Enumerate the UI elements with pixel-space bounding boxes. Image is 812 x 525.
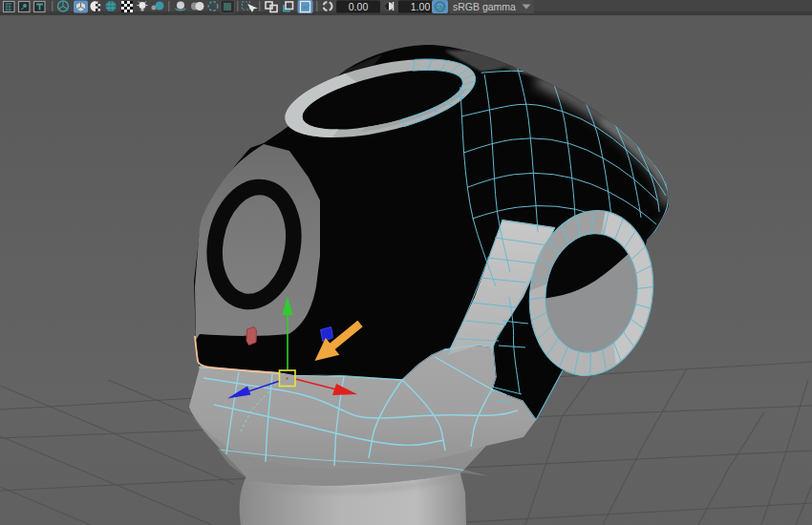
svg-text:CM: CM bbox=[436, 5, 444, 10]
svg-text:sRGB gamma: sRGB gamma bbox=[453, 1, 516, 12]
svg-text:1.00: 1.00 bbox=[411, 1, 431, 12]
svg-text:0.00: 0.00 bbox=[349, 1, 369, 12]
